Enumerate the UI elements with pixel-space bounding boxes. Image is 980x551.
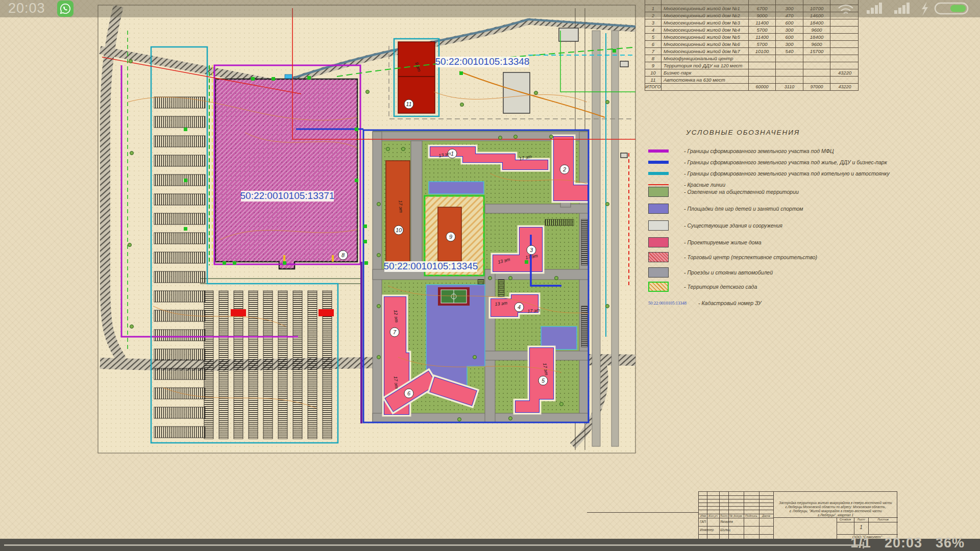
parking-red-mark — [318, 309, 334, 316]
tb-col-podpis: Подпись — [744, 514, 758, 517]
battery-icon — [935, 3, 968, 14]
signal-icon — [867, 3, 882, 14]
reader-status-text: 1/1 20:03 36% — [850, 535, 965, 551]
legend-item: - Границы сформированного земельного уча… — [648, 156, 887, 168]
cadastral-sample: 50:22:0010105:13348 — [648, 300, 695, 306]
tb-col-izm: Изм — [699, 514, 707, 517]
svg-text:2: 2 — [562, 166, 566, 172]
swatch-boundary-housing — [648, 161, 669, 164]
swatch-boundary-boiler — [648, 172, 669, 175]
swatch-boundary-mfc — [648, 149, 669, 153]
swatch-playgrounds — [648, 204, 669, 214]
legend-item: - Торговый центр (перспективное строител… — [648, 251, 817, 263]
table-row: 10Бизнес-парк43220 — [645, 69, 859, 77]
swatch-greenery — [648, 187, 669, 197]
svg-text:17 эт: 17 эт — [398, 200, 404, 213]
legend-item: - Существующие здания и сооружения — [648, 219, 782, 232]
table-row: 8Многофункциональный центр — [645, 55, 859, 62]
table-row: 11Автостоянка на 630 мест — [645, 77, 859, 84]
legend-item: - Проезды и стоянки автомобилей — [648, 266, 773, 279]
table-row: 6Многосекционный жилой дом №657003009600 — [645, 41, 859, 48]
clock: 20:03 — [885, 535, 922, 551]
tower-building — [386, 161, 410, 262]
table-row: 7Многосекционный жилой дом №710100540157… — [645, 48, 859, 55]
status-bar: 20:03 — [0, 0, 980, 17]
tb-col-koluch: Кол.уч — [707, 514, 719, 517]
svg-text:11: 11 — [406, 101, 411, 107]
svg-text:9: 9 — [449, 234, 452, 240]
pool-marker — [285, 74, 292, 79]
frame-line — [587, 512, 698, 513]
swatch-red-lines — [648, 184, 669, 185]
boiler-house — [398, 42, 435, 113]
swatch-shopping-center — [648, 252, 669, 262]
legend-item: 50:22:0010105:13348- Кадастровый номер З… — [648, 297, 762, 309]
tb-stage-header: Стадия — [837, 518, 853, 521]
tb-role: Инженер — [700, 528, 720, 532]
svg-text:7: 7 — [393, 329, 397, 335]
table-row: 9Территория под ДДУ на 120 мест — [645, 62, 859, 69]
table-total-row: ИТОГО6000031109700043220 — [645, 84, 859, 91]
tb-col-list: Лист — [720, 514, 728, 517]
tb-list-header: Лист — [854, 518, 868, 521]
status-time: 20:03 — [8, 1, 45, 16]
table-row: 4Многосекционный жилой дом №457003009600 — [645, 27, 859, 34]
parking-strips-central — [204, 291, 332, 439]
legend-item: - Границы сформированного земельного уча… — [648, 167, 890, 180]
project-description: Застройка территории жилого микрорайона … — [775, 501, 896, 517]
charging-bolt-icon — [922, 2, 928, 16]
signal-icon-2 — [894, 3, 910, 14]
parking-red-mark — [231, 309, 246, 316]
title-block: Изм Кол.уч Лист № докум. Подпись Дата ГА… — [698, 491, 897, 539]
cadastral-13348: 50:22:0010105:13348 — [435, 56, 530, 67]
svg-text:4: 4 — [518, 304, 521, 310]
svg-text:10: 10 — [396, 227, 402, 233]
legend-item: - Проектируемые жилые дома — [648, 236, 762, 248]
tb-col-dokum: № докум. — [729, 514, 743, 517]
page-indicator: 1/1 — [850, 535, 871, 551]
table-row: 3Многосекционный жилой дом №311400600184… — [645, 19, 859, 27]
svg-text:5: 5 — [542, 378, 545, 384]
swatch-driveways — [648, 267, 669, 278]
swatch-planned-housing — [648, 237, 669, 247]
tb-listov-header: Листов — [869, 518, 897, 521]
svg-text:8: 8 — [341, 252, 345, 258]
reading-progress-bar[interactable] — [4, 544, 863, 546]
reader-bottom-bar: 1/1 20:03 36% — [0, 539, 980, 551]
battery-percent: 36% — [936, 535, 965, 551]
swatch-existing-buildings — [648, 220, 669, 231]
wifi-icon — [839, 5, 853, 13]
whatsapp-notification-icon — [57, 1, 74, 17]
legend-item: - Границы сформированного земельного уча… — [648, 145, 834, 157]
sport-court — [438, 287, 470, 306]
cadastral-13371: 50:22:0010105:13371 — [240, 190, 335, 201]
status-icons — [827, 0, 980, 17]
svg-text:3: 3 — [530, 247, 533, 253]
tb-role-name: Яковлев — [720, 520, 756, 523]
svg-text:6: 6 — [407, 390, 411, 396]
legend-title: УСЛОВНЫЕ ОБОЗНАЧЕНИЯ — [686, 129, 800, 136]
legend-item: - Территория детского сада — [648, 281, 757, 293]
legend-item: - Площадки для игр детей и занятий спорт… — [648, 203, 803, 215]
cadastral-13345: 50:22:0010105:13345 — [384, 261, 478, 271]
legend-item: - Озеленение на общественной территории — [648, 186, 799, 198]
tb-col-data: Дата — [760, 514, 773, 517]
tb-role-name: Шульц — [720, 528, 756, 532]
table-row: 5Многосекционный жилой дом №511400600184… — [645, 34, 859, 41]
tb-role: ГАП — [700, 520, 720, 523]
pdf-viewer-page: 1 2 3 4 5 6 7 8 9 10 11 9 эт 17 эт 13 эт… — [0, 0, 980, 551]
tb-sheet-number: 1 — [854, 524, 868, 530]
swatch-kindergarten — [648, 282, 669, 292]
